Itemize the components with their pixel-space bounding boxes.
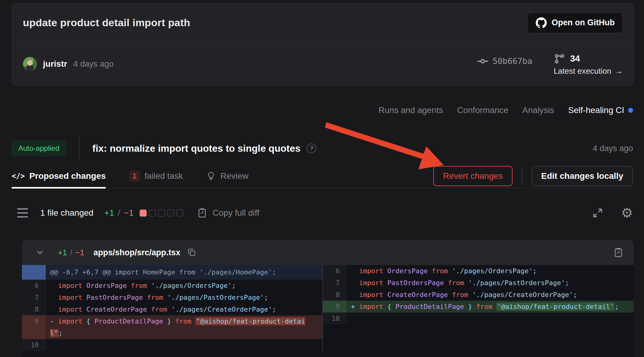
diff-line: 6 import OrdersPage from './pages/Orders…: [323, 265, 634, 277]
status-dot-icon: [628, 108, 633, 113]
diff-summary-row: 1 file changed +1 / −1 Copy full diff ⚙: [12, 202, 633, 224]
slash-separator: /: [70, 248, 72, 257]
commit-timestamp: 4 days ago: [73, 59, 113, 69]
revert-changes-button[interactable]: Revert changes: [433, 166, 513, 186]
diff-blocks-indicator: [140, 210, 183, 217]
copy-path-icon[interactable]: [187, 248, 196, 257]
commit-sha-group[interactable]: 50b667ba: [477, 55, 532, 67]
code-icon: </>: [12, 172, 25, 180]
help-icon[interactable]: ?: [306, 143, 316, 153]
diff-line: 10: [323, 313, 634, 324]
diff-file-panel: +1 / −1 apps/shop/src/app.tsx @@ -6,7 +6…: [22, 240, 634, 357]
diff-pane-old: @@ -6,7 +6,7 @@ import HomePage from './…: [22, 265, 322, 351]
slash-separator: /: [118, 208, 120, 218]
code-text: @@ -6,7 +6,7 @@ import HomePage from './…: [46, 265, 322, 280]
additions-count: +1: [104, 208, 114, 218]
nav-tab-label: Self-healing CI: [568, 105, 624, 115]
code-text: import PastOrdersPage from './pages/Past…: [46, 292, 322, 303]
diff-block: [140, 210, 147, 217]
diff-line: 9- import { ProductDetailPage } from "@a…: [22, 315, 322, 339]
code-text: [347, 313, 634, 324]
nav-tab-label: Runs and agents: [378, 105, 443, 115]
copy-full-diff-button[interactable]: Copy full diff: [197, 207, 259, 218]
code-text: [46, 339, 322, 351]
diff-block: [176, 210, 183, 217]
copy-file-diff-icon[interactable]: [613, 247, 624, 258]
failed-count-badge: 1: [129, 171, 140, 182]
hunk-header-row: @@ -6,7 +6,7 @@ import HomePage from './…: [22, 265, 322, 280]
tab-failed-label: failed task: [145, 171, 183, 181]
commit-sha: 50b667ba: [493, 56, 532, 66]
nav-tab-label: Analysis: [522, 105, 554, 115]
diff-line: 10: [22, 339, 322, 351]
diff-line: 8 import CreateOrderPage from './pages/C…: [323, 289, 634, 301]
line-number: 6: [22, 280, 46, 292]
diff-file-header: +1 / −1 apps/shop/src/app.tsx: [22, 240, 634, 265]
nav-tab-label: Conformance: [457, 105, 508, 115]
section-nav: Runs and agentsConformanceAnalysisSelf-h…: [12, 105, 633, 115]
expand-icon[interactable]: [592, 207, 603, 219]
arrow-right-icon: →: [615, 66, 623, 76]
file-deletions: −1: [75, 248, 84, 257]
line-number: 8: [323, 289, 347, 301]
author-name: juristr: [43, 59, 67, 69]
fix-tabs-row: </> Proposed changes 1 failed task Revie…: [12, 164, 633, 188]
diff-line: 7 import PastOrdersPage from './pages/Pa…: [323, 277, 634, 289]
nav-tab-conformance[interactable]: Conformance: [457, 105, 508, 115]
code-text: - import { ProductDetailPage } from "@ai…: [46, 315, 322, 339]
tab-proposed-changes[interactable]: </> Proposed changes: [12, 164, 106, 188]
nav-tab-runs-and-agents[interactable]: Runs and agents: [378, 105, 443, 115]
active-tab-underline: [12, 187, 106, 189]
diff-code-area: @@ -6,7 +6,7 @@ import HomePage from './…: [22, 265, 634, 351]
nav-tab-self-healing-ci[interactable]: Self-healing CI: [568, 105, 633, 115]
nav-tab-analysis[interactable]: Analysis: [522, 105, 554, 115]
file-path: apps/shop/src/app.tsx: [94, 248, 181, 257]
git-commit-icon: [477, 55, 488, 67]
chevron-down-icon[interactable]: [35, 248, 45, 257]
github-button-label: Open on GitHub: [552, 18, 615, 27]
code-text: import CreateOrderPage from './pages/Cre…: [46, 303, 322, 315]
line-number: 10: [323, 313, 347, 324]
workflow-icon: [554, 53, 565, 65]
diff-block: [158, 210, 165, 217]
diff-line: 8 import CreateOrderPage from './pages/C…: [22, 303, 322, 315]
run-number: 34: [570, 54, 580, 64]
tab-review[interactable]: Review: [206, 164, 249, 188]
open-on-github-button[interactable]: Open on GitHub: [528, 12, 623, 33]
fix-header: Auto-applied fix: normalize import quote…: [12, 137, 633, 160]
diff-line: 6 import OrdersPage from './pages/Orders…: [22, 280, 322, 292]
line-number: 9: [323, 301, 347, 313]
files-changed-label: 1 file changed: [40, 208, 93, 218]
divider: [79, 137, 80, 159]
diff-line: 7 import PastOrdersPage from './pages/Pa…: [22, 292, 322, 303]
line-number: 9: [22, 315, 46, 339]
avatar: [23, 57, 37, 71]
lightbulb-icon: [206, 171, 216, 181]
latest-execution-link[interactable]: Latest execution →: [554, 66, 623, 76]
line-number: 10: [22, 339, 46, 351]
diff-block: [149, 210, 156, 217]
edit-changes-locally-button[interactable]: Edit changes locally: [531, 166, 633, 186]
copy-full-diff-label: Copy full diff: [213, 208, 259, 218]
line-number: 6: [323, 265, 347, 277]
line-number: 8: [22, 303, 46, 315]
deletions-count: −1: [124, 208, 134, 218]
page-title: update product detail import path: [23, 17, 190, 29]
line-number: 7: [323, 277, 347, 289]
file-list-menu-icon[interactable]: [17, 208, 28, 217]
code-text: import OrdersPage from './pages/OrdersPa…: [347, 265, 634, 277]
code-text: import OrdersPage from './pages/OrdersPa…: [46, 280, 322, 292]
divider: [522, 167, 522, 186]
tab-failed-task[interactable]: 1 failed task: [129, 164, 183, 188]
diff-block: [167, 210, 174, 217]
line-number: [22, 265, 46, 280]
tab-proposed-label: Proposed changes: [29, 171, 106, 181]
tab-review-label: Review: [220, 171, 249, 181]
file-additions: +1: [58, 248, 67, 257]
fix-timestamp: 4 days ago: [593, 144, 633, 153]
line-number: 7: [22, 292, 46, 303]
diff-pane-new: 6 import OrdersPage from './pages/Orders…: [323, 265, 634, 351]
diff-line: 9+ import { ProductDetailPage } from '@a…: [323, 301, 634, 313]
gear-icon[interactable]: ⚙: [621, 206, 633, 220]
latest-execution-label: Latest execution: [554, 66, 611, 76]
